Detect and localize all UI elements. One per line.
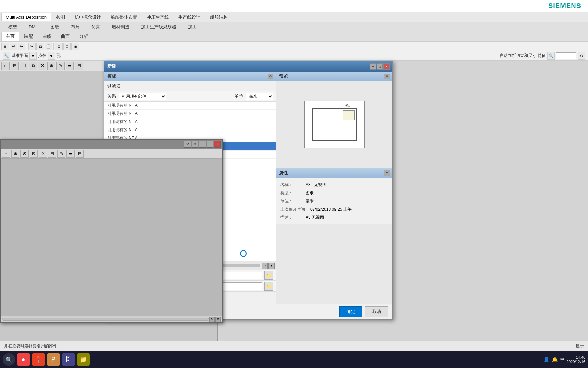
inner-tb-btn4[interactable]: ⊠: [30, 150, 38, 158]
prop-modified-label: 上次修改时间：: [280, 205, 309, 213]
inner-tb-btn1[interactable]: ⌂: [2, 150, 10, 158]
toolbar2-feature-label: 特征: [538, 53, 546, 59]
left-tb-btn-list[interactable]: ☰: [66, 62, 74, 70]
new-dialog-min-btn[interactable]: −: [370, 63, 376, 70]
template-collapse-btn[interactable]: ^: [268, 74, 273, 79]
list-item-2[interactable]: 引用现有的 NT A: [104, 118, 276, 126]
toolbar-btn-paste[interactable]: 📋: [45, 43, 52, 50]
ribbon-tab-surface[interactable]: 曲面: [56, 32, 74, 41]
preview-image-area: ✏: [276, 81, 392, 168]
inner-tb-btn6[interactable]: ⊞: [48, 150, 56, 158]
ribbon-tab-home[interactable]: 主页: [1, 32, 19, 41]
toolbar-btn-new[interactable]: ⊞: [1, 43, 9, 50]
inner-tb-btn7[interactable]: ✎: [57, 150, 65, 158]
toolbar-btn-a[interactable]: □: [63, 43, 71, 50]
unit-select[interactable]: 毫米: [246, 93, 273, 100]
list-item-0[interactable]: 引用现有的 NT A: [104, 102, 276, 110]
inner-tb-btn5[interactable]: ✕: [39, 150, 47, 158]
toolbar-btn-undo[interactable]: ↩: [10, 43, 17, 50]
taskbar-app-database[interactable]: 🗄: [62, 353, 75, 366]
toolbar-btn-switch-window[interactable]: ⊠: [55, 43, 63, 50]
taskbar-app-chrome[interactable]: ●: [17, 353, 30, 366]
template-section-header: 模板 ^: [104, 72, 276, 81]
toolbar2-btn3[interactable]: ▼: [48, 52, 55, 60]
taskbar-time-text: 14:40: [576, 355, 585, 359]
left-tb-btn-minus[interactable]: ⊟: [75, 62, 83, 70]
drag-circle[interactable]: [240, 250, 247, 257]
ribbon-tab-curve[interactable]: 曲线: [38, 32, 56, 41]
ribbon-mega-tab-production[interactable]: 生产线设计: [174, 13, 205, 22]
new-dialog-close-btn[interactable]: ×: [383, 63, 390, 70]
ribbon-sub-tab-model[interactable]: 模型: [3, 23, 22, 31]
inner-popup-close-btn[interactable]: ✕: [214, 141, 221, 148]
properties-section: 属性 ^ 名称： A3 - 无视图 类型： 图纸: [276, 168, 392, 224]
list-scroll-right-btn[interactable]: >: [262, 263, 268, 269]
list-item-3[interactable]: 引用现有的 NT A: [104, 126, 276, 134]
preview-collapse-btn[interactable]: ^: [384, 74, 390, 79]
ribbon-mega-tab-detect[interactable]: 检测: [52, 13, 69, 22]
list-item-1[interactable]: 引用现有的 NT A: [104, 110, 276, 118]
left-tb-btn-3d[interactable]: ☐: [20, 62, 28, 70]
properties-collapse-btn[interactable]: ^: [384, 170, 390, 176]
ribbon-tab-analysis[interactable]: 分析: [75, 32, 93, 41]
left-tb-btn-home[interactable]: ⌂: [1, 62, 10, 70]
siemens-logo: SIEMENS: [548, 2, 581, 10]
toolbar2-search-btn[interactable]: 🔍: [547, 52, 555, 60]
left-tb-btn-fit[interactable]: ⊞: [11, 62, 19, 70]
ribbon-sub-tab-drawing[interactable]: 图纸: [45, 23, 65, 31]
left-tb-btn-copy2[interactable]: ⧉: [29, 62, 37, 70]
left-tb-btn-plus[interactable]: ⊕: [47, 62, 55, 70]
ribbon-tab-assembly[interactable]: 装配: [20, 32, 37, 41]
ribbon-standard-tabs: 主页 装配 曲线 曲面 分析: [0, 31, 588, 42]
new-dialog-max-btn[interactable]: □: [377, 63, 383, 70]
inner-popup-max-btn[interactable]: □: [207, 141, 213, 148]
left-tb-btn-delete[interactable]: ✕: [38, 62, 46, 70]
inner-popup-scrollbar[interactable]: > ▼: [1, 316, 222, 322]
filepath-browse-btn-2[interactable]: 📁: [264, 282, 273, 291]
ribbon-sub-tab-planning[interactable]: 加工生产线规划器: [135, 23, 182, 31]
dialog-ok-button[interactable]: 确定: [339, 306, 362, 317]
ribbon-sub-tabs: 模型 DMU 图纸 布局 仿真 增材制造 加工生产线规划器 加工: [0, 22, 588, 31]
toolbar2-btn2[interactable]: ▼: [29, 52, 37, 60]
ribbon-mega-tab-ship[interactable]: 船舶整体布置: [106, 13, 142, 22]
toolbar-btn-redo[interactable]: ↪: [18, 43, 25, 50]
ribbon-sub-tab-additive[interactable]: 增材制造: [106, 23, 135, 31]
ribbon-mega-tab-stamping[interactable]: 冲压生产线: [142, 13, 173, 22]
ribbon-sub-tab-dmu[interactable]: DMU: [23, 23, 44, 30]
toolbar2-btn1[interactable]: 🔧: [3, 52, 10, 60]
inner-popup-scroll-down[interactable]: ▼: [215, 317, 221, 322]
inner-tb-btn9[interactable]: ⊟: [76, 150, 84, 158]
toolbar2-search-input[interactable]: [556, 52, 576, 59]
inner-tb-btn8[interactable]: ☰: [66, 150, 75, 158]
ribbon-sub-tab-layout[interactable]: 布局: [65, 23, 85, 31]
toolbar2-extrude-label: 拉伸: [38, 53, 46, 59]
toolbar-btn-b[interactable]: ▣: [71, 43, 79, 50]
taskbar-lang-indicator[interactable]: 中: [560, 357, 565, 363]
relation-select[interactable]: 引用现有部件: [119, 93, 166, 100]
ribbon-sub-tab-sim[interactable]: 仿真: [86, 23, 105, 31]
taskbar-network-icon[interactable]: 👤: [543, 357, 549, 362]
taskbar-app-powerpoint[interactable]: P: [47, 353, 60, 366]
inner-popup-scroll-right[interactable]: >: [209, 317, 215, 322]
filepath-browse-btn-1[interactable]: 📁: [264, 271, 273, 280]
list-scroll-down-btn[interactable]: ▼: [268, 263, 275, 269]
left-tb-btn-edit[interactable]: ✎: [56, 62, 65, 70]
toolbar-btn-copy[interactable]: ⧉: [36, 43, 44, 50]
taskbar-app-maps[interactable]: 📍: [32, 353, 45, 366]
inner-popup-min-btn[interactable]: −: [199, 141, 206, 148]
taskbar-volume-icon[interactable]: 🔔: [552, 357, 558, 362]
taskbar-app-files[interactable]: 📁: [77, 353, 90, 366]
prop-unit-row: 单位： 毫米: [280, 197, 388, 205]
ribbon-mega-tab-mechatronics[interactable]: 机电概念设计: [70, 13, 105, 22]
inner-tb-btn3[interactable]: ⊗: [20, 150, 29, 158]
toolbar2-settings-btn[interactable]: ⚙: [578, 52, 585, 60]
ribbon-sub-tab-machining[interactable]: 加工: [182, 23, 202, 31]
inner-tb-btn2[interactable]: ⊕: [11, 150, 19, 158]
ribbon-mega-tab-shipstruct[interactable]: 船舶结构: [206, 13, 232, 22]
toolbar-btn-cut[interactable]: ✂: [28, 43, 36, 50]
dialog-cancel-button[interactable]: 取消: [365, 306, 388, 317]
inner-popup-settings-btn[interactable]: ⚙: [192, 141, 198, 148]
ribbon-mega-tab-multi-axis[interactable]: Multi Axis Deposition: [1, 13, 51, 21]
taskbar-search-btn[interactable]: 🔍: [3, 353, 15, 366]
inner-popup-help-btn[interactable]: ?: [184, 141, 191, 148]
